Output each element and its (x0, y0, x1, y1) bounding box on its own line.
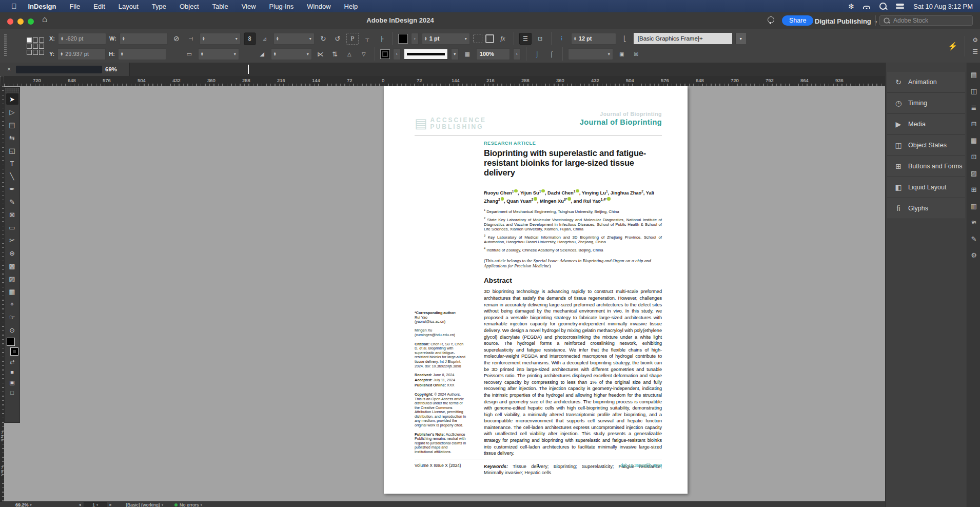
nav-down-icon[interactable]: ▽ (358, 49, 369, 60)
gap-tool[interactable]: ⇆ (6, 132, 18, 143)
pencil-tool[interactable]: ✎ (6, 196, 18, 207)
tab-close-icon[interactable]: × (7, 66, 11, 73)
menu-window[interactable]: Window (307, 3, 330, 10)
object-style-combo[interactable]: [Basic Graphics Frame]+ (634, 33, 732, 44)
scissors-tool[interactable]: ✂ (6, 235, 18, 246)
constrain-proportions-icon[interactable]: ⊘ (171, 33, 182, 44)
apply-color-icon[interactable]: ■ (6, 367, 18, 377)
gradient-feather-tool[interactable]: ▨ (6, 273, 18, 284)
preflight-menu[interactable]: [Basic] (working) ▾ (126, 502, 164, 507)
collapsed-panel-icon[interactable]: ⊞ (971, 186, 977, 193)
preflight-status[interactable]: No errors ▾ (174, 502, 202, 507)
zoom-tool[interactable]: ⊙ (6, 324, 18, 336)
y-position-field[interactable]: ▲▼29.937 pt (57, 48, 106, 60)
free-transform-tool[interactable]: ⊕ (6, 247, 18, 259)
collapsed-panel-icon[interactable]: ▤ (971, 71, 977, 79)
toolbar-grip[interactable] (5, 88, 19, 92)
direct-selection-tool[interactable]: ▷ (6, 106, 18, 118)
panel-glyphs[interactable]: ﬁGlyphs (887, 198, 965, 219)
nav-up-icon[interactable]: △ (344, 49, 355, 60)
stroke-style-chevron[interactable]: ▾ (451, 48, 459, 60)
page-number-combo[interactable]: 1▾ (84, 502, 107, 507)
frame-fitting-icon[interactable]: ⠇ (557, 33, 568, 44)
width-field[interactable]: ▲▼ (120, 33, 168, 45)
control-center-icon[interactable] (896, 4, 904, 9)
menu-help[interactable]: Help (344, 3, 358, 10)
height-field[interactable]: ▲▼ (118, 48, 166, 60)
opacity-combo[interactable]: 100% (476, 48, 510, 60)
fill-options-button[interactable]: › (411, 33, 419, 45)
collapsed-panel-icon[interactable]: ◫ (971, 87, 977, 95)
panel-object-states[interactable]: ◫Object States (887, 135, 965, 156)
panel-timing[interactable]: ◷Timing (887, 93, 965, 114)
menu-indesign[interactable]: InDesign (28, 3, 56, 10)
link-scale-icon[interactable]: ∞ (244, 32, 256, 45)
menu-type[interactable]: Type (152, 3, 166, 10)
rectangle-frame-tool[interactable]: ⊠ (6, 209, 18, 220)
collapsed-panel-icon[interactable]: ≋ (971, 219, 977, 226)
collapsed-panel-icon[interactable]: ≣ (971, 104, 977, 111)
menu-bar-clock[interactable]: Sat 10 Aug 3:12 PM (913, 3, 973, 10)
object-style-chevron[interactable]: ▾ (735, 33, 746, 44)
collapsed-panel-icon[interactable]: ▨ (971, 169, 977, 177)
align-top-icon[interactable]: ⌡ (532, 49, 543, 60)
menu-file[interactable]: File (69, 3, 80, 10)
adobe-stock-search-input[interactable]: Adobe Stock (879, 15, 973, 26)
wifi-icon[interactable] (863, 4, 870, 9)
type-tool[interactable]: T (6, 158, 18, 169)
selection-tool[interactable]: ➤ (6, 93, 18, 105)
view-mode-normal-icon[interactable]: ▣ (6, 378, 18, 387)
menu-table[interactable]: Table (212, 3, 228, 10)
stroke-options-button[interactable]: › (393, 48, 401, 60)
wrap-none-icon[interactable]: ☰ (519, 33, 532, 45)
swap-fill-stroke-icon[interactable]: ⇄ (6, 357, 18, 366)
panel-animation[interactable]: ↻Animation (887, 72, 965, 93)
rotation-angle-combo[interactable]: ▲▼▾ (273, 33, 315, 45)
stroke-style-combo[interactable] (404, 49, 448, 60)
rotate-ccw-icon[interactable]: ↺ (332, 33, 343, 44)
pen-tool[interactable]: ✒ (6, 183, 18, 194)
panel-menu-icon[interactable]: ☰ (972, 48, 978, 55)
opacity-chevron[interactable]: › (513, 48, 521, 60)
style-override-icon[interactable]: ▣ (616, 49, 628, 60)
eyedropper-tool[interactable]: ⌖ (6, 299, 18, 310)
line-tool[interactable]: ╲ (6, 170, 18, 182)
screen-mode-icon[interactable]: □ (6, 388, 18, 397)
flip-horizontal-icon[interactable]: ⋉ (315, 49, 326, 60)
rotate-cw-icon[interactable]: ↻ (318, 33, 329, 44)
collapsed-panel-icon[interactable]: ✎ (971, 235, 977, 243)
menu-edit[interactable]: Edit (93, 3, 105, 10)
select-container-icon[interactable]: ┬ (362, 33, 373, 44)
hand-tool[interactable]: ☞ (6, 311, 18, 323)
stroke-weight-combo[interactable]: ▲▼1 pt▾ (422, 33, 470, 45)
ruler-origin-box[interactable] (0, 76, 4, 86)
panel-liquid-layout[interactable]: ◧Liquid Layout (887, 177, 965, 198)
object-style-icon[interactable]: ⎣ (619, 33, 631, 44)
page-tool[interactable]: ▤ (6, 119, 18, 130)
collapsed-panel-icon[interactable]: ▦ (971, 136, 977, 144)
note-tool[interactable]: ▦ (6, 286, 18, 297)
align-bottom-icon[interactable]: ⌠ (546, 49, 557, 60)
panel-grip[interactable] (4, 34, 7, 57)
stroke-swatch-icon[interactable] (11, 348, 18, 355)
cc-sync-icon[interactable]: ❇ (848, 3, 854, 10)
share-button[interactable]: Share (782, 15, 813, 26)
next-page-button[interactable]: ▸ (110, 502, 112, 507)
clear-overrides-icon[interactable]: ☒ (631, 49, 642, 60)
menu-plugins[interactable]: Plug-Ins (269, 3, 294, 10)
spotlight-icon[interactable] (879, 3, 887, 10)
select-content-icon[interactable]: ├ (376, 33, 387, 44)
x-position-field[interactable]: ▲▼-620 pt (58, 33, 106, 45)
zoom-level-combo[interactable]: 69.2%▾ (15, 502, 32, 507)
shear-angle-combo[interactable]: ▲▼▾ (271, 48, 312, 60)
menu-object[interactable]: Object (180, 3, 199, 10)
content-collector-tool[interactable]: ◱ (6, 145, 18, 156)
panel-gear-icon[interactable]: ⚙ (972, 36, 978, 44)
collapsed-panel-icon[interactable]: ⊡ (971, 153, 977, 161)
quick-apply-icon[interactable]: ⚡ (948, 42, 958, 51)
collapsed-panel-icon[interactable]: ⚙ (971, 251, 977, 259)
previous-page-button[interactable]: ◂ (79, 502, 81, 507)
space-value-combo[interactable]: ▲▼12 pt (571, 33, 616, 45)
apple-menu-icon[interactable]:  (11, 2, 17, 10)
scale-y-percent-combo[interactable]: ▲▼▾ (198, 48, 239, 60)
